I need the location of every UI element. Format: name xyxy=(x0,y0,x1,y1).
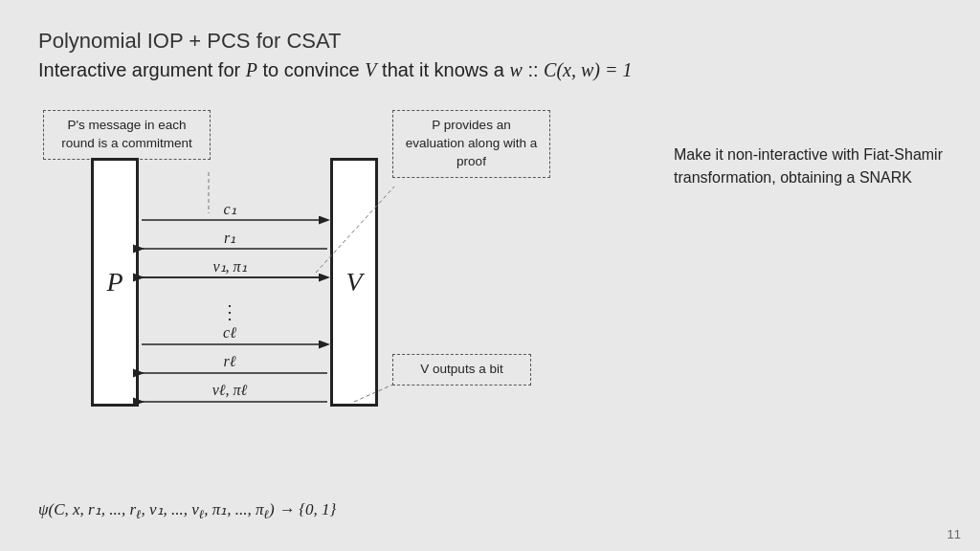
page-number: 11 xyxy=(947,527,961,541)
subtitle-text: Interactive argument for xyxy=(38,59,246,80)
callout-outputs-text: V outputs a bit xyxy=(420,362,502,376)
callout-commitment: P's message in each round is a commitmen… xyxy=(43,110,211,160)
subtitle-V: V xyxy=(365,59,376,80)
svg-text:c₁: c₁ xyxy=(223,201,235,217)
callout-outputs: V outputs a bit xyxy=(392,354,531,386)
right-text: Make it non-interactive with Fiat-Shamir… xyxy=(674,143,951,189)
subtitle-end: that it knows a xyxy=(377,59,510,80)
svg-text:vℓ, πℓ: vℓ, πℓ xyxy=(212,382,248,398)
V-label: V xyxy=(345,267,362,298)
subtitle-xw: (x, w) = 1 xyxy=(556,59,632,80)
subtitle-cc: :: xyxy=(523,59,544,80)
subtitle-C: C xyxy=(544,59,556,80)
box-V: V xyxy=(330,158,378,407)
callout-evaluation: P provides an evaluation along with a pr… xyxy=(392,110,550,178)
svg-text:cℓ: cℓ xyxy=(223,324,236,341)
P-label: P xyxy=(106,267,122,298)
slide-title: Polynomial IOP + PCS for CSAT xyxy=(38,29,942,54)
svg-text:r₁: r₁ xyxy=(224,230,235,246)
subtitle-w: w xyxy=(509,59,522,80)
slide: Polynomial IOP + PCS for CSAT Interactiv… xyxy=(0,0,980,551)
callout-evaluation-text: P provides an evaluation along with a pr… xyxy=(406,118,537,168)
box-P: P xyxy=(91,158,139,407)
callout-commitment-text: P's message in each round is a commitmen… xyxy=(61,118,192,150)
svg-text:rℓ: rℓ xyxy=(224,353,236,369)
diagram-area: P's message in each round is a commitmen… xyxy=(38,100,632,483)
svg-text:v₁, π₁: v₁, π₁ xyxy=(212,258,246,275)
slide-subtitle: Interactive argument for P to convince V… xyxy=(38,59,942,81)
subtitle-P: P xyxy=(246,59,257,80)
svg-text:⋮: ⋮ xyxy=(220,301,239,322)
formula-area: ψ(C, x, r₁, ..., rℓ, v₁, ..., vℓ, π₁, ..… xyxy=(38,499,336,522)
formula-text: ψ(C, x, r₁, ..., rℓ, v₁, ..., vℓ, π₁, ..… xyxy=(38,500,336,518)
subtitle-mid: to convince xyxy=(257,59,365,80)
